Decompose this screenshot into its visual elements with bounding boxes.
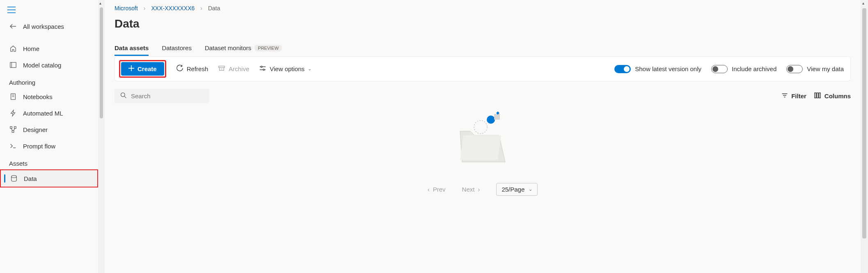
page-title: Data [105,15,861,40]
search-icon [120,92,127,100]
svg-point-23 [263,69,265,71]
breadcrumb-root[interactable]: Microsoft [115,5,138,12]
svg-rect-4 [10,62,16,68]
search-input[interactable] [131,93,209,99]
svg-point-21 [261,66,263,68]
tab-label: Dataset monitors [205,44,251,51]
svg-point-33 [487,116,495,124]
main-scrollbar[interactable]: ▴ [861,0,868,273]
back-arrow-icon [9,22,17,30]
svg-rect-9 [10,127,12,129]
svg-rect-29 [815,93,816,98]
tab-dataset-monitors[interactable]: Dataset monitors PREVIEW [205,40,282,56]
breadcrumb: Microsoft › XXX-XXXXXXX6 › Data [105,0,861,15]
next-label: Next [462,186,475,193]
toggle-show-latest: Show latest version only [614,65,701,73]
list-toolbar: Filter Columns [105,81,861,106]
search-box[interactable] [115,89,209,103]
chevron-right-icon: › [200,5,202,12]
catalog-icon [9,61,17,69]
sidebar-item-label: Model catalog [23,62,61,69]
svg-rect-18 [219,66,224,68]
sidebar-item-model-catalog[interactable]: Model catalog [0,57,98,73]
archive-button: Archive [218,65,249,73]
breadcrumb-current: Data [208,5,220,12]
filter-button[interactable]: Filter [781,92,806,100]
create-label: Create [137,65,157,72]
data-icon [10,174,18,183]
svg-rect-34 [494,114,500,120]
toggle-include-archived-switch[interactable] [711,65,728,73]
toggle-label: Include archived [732,65,776,72]
tab-datastores[interactable]: Datastores [162,40,192,56]
sidebar-item-home[interactable]: Home [0,40,98,57]
sidebar-item-label: Data [24,175,37,182]
sidebar-item-prompt-flow[interactable]: Prompt flow [0,138,98,154]
sidebar-item-notebooks[interactable]: Notebooks [0,88,98,105]
designer-icon [9,125,17,134]
toggle-label: Show latest version only [635,65,701,72]
chevron-left-icon: ‹ [428,186,430,193]
sidebar-item-automated-ml[interactable]: Automated ML [0,105,98,121]
tab-label: Datastores [162,44,192,51]
svg-point-24 [121,93,125,97]
breadcrumb-workspace[interactable]: XXX-XXXXXXX6 [151,5,195,12]
svg-line-12 [11,128,13,130]
tab-data-assets[interactable]: Data assets [115,40,149,56]
refresh-button[interactable]: Refresh [176,65,208,73]
hamburger-menu[interactable] [0,5,98,18]
create-button[interactable]: Create [121,62,164,76]
svg-rect-30 [817,93,818,98]
empty-folder-icon [452,111,513,168]
sidebar-item-label: Notebooks [23,93,53,100]
sidebar-item-label: Home [23,45,39,52]
prev-button[interactable]: ‹ Prev [428,186,446,193]
sidebar-item-label: Prompt flow [23,143,55,150]
bolt-icon [9,109,17,117]
sidebar-section-assets: Assets [0,154,98,169]
archive-label: Archive [229,65,249,72]
empty-state [105,106,861,176]
toggle-view-my-data-switch[interactable] [786,65,803,73]
chevron-right-icon: › [144,5,146,12]
view-options-button[interactable]: View options ⌄ [259,65,311,73]
svg-point-15 [11,176,17,178]
sliders-icon [259,65,266,73]
prompt-icon [9,142,17,150]
pagination: ‹ Prev Next › 25/Page ⌄ [105,176,861,202]
svg-line-13 [14,128,15,130]
page-size-select[interactable]: 25/Page ⌄ [496,183,538,196]
scroll-up-icon: ▴ [99,1,101,5]
notebook-icon [9,93,17,101]
create-button-highlight: Create [119,60,166,78]
all-workspaces-link[interactable]: All workspaces [0,18,98,35]
archive-icon [218,65,225,73]
filter-icon [781,92,788,100]
chevron-right-icon: › [478,186,480,193]
toggle-show-latest-switch[interactable] [614,65,631,73]
sidebar-item-data[interactable]: Data [0,169,98,187]
plus-icon [128,65,134,72]
sidebar-scrollbar[interactable]: ▴ [98,0,105,273]
scroll-up-icon: ▴ [862,1,864,5]
sidebar-section-authoring: Authoring [0,73,98,88]
svg-rect-11 [12,131,14,133]
refresh-label: Refresh [187,65,208,72]
svg-point-32 [474,120,487,134]
sidebar-item-label: Automated ML [23,110,63,117]
main-content: Microsoft › XXX-XXXXXXX6 › Data Data Dat… [105,0,861,273]
chevron-down-icon: ⌄ [308,66,311,72]
next-button[interactable]: Next › [462,186,480,193]
sidebar-item-designer[interactable]: Designer [0,121,98,138]
refresh-icon [176,65,183,73]
filter-label: Filter [791,93,806,99]
toolbar: Create Refresh Archive View options ⌄ Sh [115,56,851,81]
svg-rect-10 [14,127,16,129]
toggle-label: View my data [807,65,844,72]
svg-rect-31 [819,93,820,98]
columns-button[interactable]: Columns [814,92,851,100]
sidebar: All workspaces Home Model catalog Author… [0,0,98,273]
tabs: Data assets Datastores Dataset monitors … [105,40,861,56]
columns-icon [814,92,821,100]
home-icon [9,44,17,53]
